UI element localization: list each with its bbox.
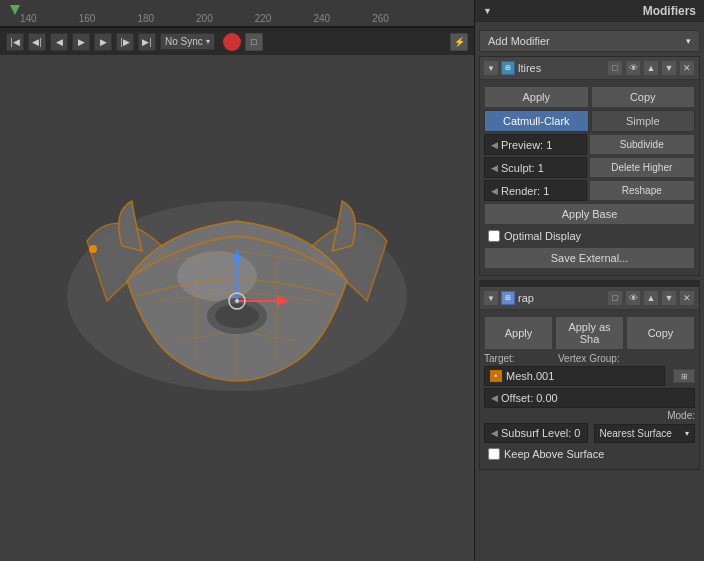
preview-arrow-left-icon[interactable]: ◀ bbox=[491, 140, 498, 150]
add-modifier-button[interactable]: Add Modifier ▾ bbox=[479, 30, 700, 52]
modifier1-icons: □ 👁 ▲ ▼ ✕ bbox=[607, 60, 695, 76]
modifier2-mode-row: Mode: bbox=[484, 410, 695, 421]
modifier1-up-button[interactable]: ▲ bbox=[643, 60, 659, 76]
modifier2-name: rap bbox=[518, 292, 604, 304]
modifier2-target-field[interactable]: ▪ Mesh.001 bbox=[484, 366, 665, 386]
optimal-display-label: Optimal Display bbox=[504, 230, 581, 242]
modifier1-copy-button[interactable]: Copy bbox=[591, 86, 696, 108]
modifier1-preview-spinner[interactable]: ◀ Preview: 1 bbox=[484, 134, 587, 155]
svg-point-4 bbox=[215, 304, 259, 328]
modifier2-offset-val: Offset: 0.00 bbox=[501, 392, 688, 404]
optimal-display-checkbox[interactable] bbox=[488, 230, 500, 242]
modifier1-preview-row: ◀ Preview: 1 Subdivide bbox=[484, 134, 695, 155]
modifier2-header: ▼ ⊞ rap □ 👁 ▲ ▼ ✕ bbox=[480, 287, 699, 310]
modifier1-optimal-display-row: Optimal Display bbox=[484, 228, 695, 244]
modifier2-viewport-icon[interactable]: 👁 bbox=[625, 290, 641, 306]
modifier2-expand-button[interactable]: ▼ bbox=[484, 291, 498, 305]
modifier2-target-label: Target: bbox=[484, 353, 554, 364]
subsurf-arrow-left-icon[interactable]: ◀ bbox=[491, 428, 498, 438]
add-modifier-dropdown-icon: ▾ bbox=[686, 36, 691, 46]
modifier1-sculpt-row: ◀ Sculpt: 1 Delete Higher bbox=[484, 157, 695, 178]
modifier1-render-icon[interactable]: □ bbox=[607, 60, 623, 76]
keep-above-surface-label: Keep Above Surface bbox=[504, 448, 604, 460]
modifier2-target-value: Mesh.001 bbox=[506, 370, 554, 382]
modifier1-type-icon: ⊞ bbox=[501, 61, 515, 75]
modifier1-delete-higher-button[interactable]: Delete Higher bbox=[589, 157, 696, 178]
modifier1-card: ▼ ⊞ ltires □ 👁 ▲ ▼ ✕ Apply bbox=[479, 56, 700, 276]
modifier2-target-value-row: ▪ Mesh.001 ⊞ bbox=[484, 366, 695, 386]
modifier1-render-spinner[interactable]: ◀ Render: 1 bbox=[484, 180, 587, 201]
modifier2-icons: □ 👁 ▲ ▼ ✕ bbox=[607, 290, 695, 306]
modifier2-keep-above-row: Keep Above Surface bbox=[484, 446, 695, 462]
svg-point-11 bbox=[89, 245, 97, 253]
modifiers-title: ▼ Modifiers bbox=[475, 0, 704, 22]
modifier1-down-button[interactable]: ▼ bbox=[661, 60, 677, 76]
modifier1-sculpt-spinner[interactable]: ◀ Sculpt: 1 bbox=[484, 157, 587, 178]
modifier1-render-row: ◀ Render: 1 Reshape bbox=[484, 180, 695, 201]
modifier1-apply-button[interactable]: Apply bbox=[484, 86, 589, 108]
modifier2-apply-button[interactable]: Apply bbox=[484, 316, 553, 350]
modifier1-apply-base-row: Apply Base bbox=[484, 203, 695, 225]
modifier2-down-button[interactable]: ▼ bbox=[661, 290, 677, 306]
modifier1-tabs: Catmull-Clark Simple bbox=[484, 110, 695, 132]
timeline-mark-260: 260 bbox=[372, 13, 389, 24]
timeline-top: 140 160 180 200 220 240 260 bbox=[0, 0, 474, 27]
mesh-icon: ▪ bbox=[490, 370, 502, 382]
timeline-mark-180: 180 bbox=[137, 13, 154, 24]
svg-point-10 bbox=[235, 299, 239, 303]
modifier1-action-row: Apply Copy bbox=[484, 86, 695, 108]
modifier2-subsurf-val: Subsurf Level: 0 bbox=[501, 427, 581, 439]
sculpt-arrow-left-icon[interactable]: ◀ bbox=[491, 163, 498, 173]
modifier1-reshape-button[interactable]: Reshape bbox=[589, 180, 696, 201]
timeline-mark-160: 160 bbox=[79, 13, 96, 24]
right-panel: ▼ Modifiers Add Modifier ▾ ▼ ⊞ ltires bbox=[474, 0, 704, 561]
modifier1-name: ltires bbox=[518, 62, 604, 74]
modifier1-save-external-button[interactable]: Save External... bbox=[484, 247, 695, 269]
keep-above-surface-checkbox[interactable] bbox=[488, 448, 500, 460]
modifier2-type-icon: ⊞ bbox=[501, 291, 515, 305]
modifier2-target-row: Target: Vertex Group: bbox=[484, 352, 695, 364]
modifier2-render-icon[interactable]: □ bbox=[607, 290, 623, 306]
mode-dropdown-icon: ▾ bbox=[685, 429, 689, 438]
modifiers-heading: Modifiers bbox=[643, 4, 696, 18]
modifier2-card: ▼ ⊞ rap □ 👁 ▲ ▼ ✕ Apply bbox=[479, 286, 700, 470]
catmull-clark-tab[interactable]: Catmull-Clark bbox=[484, 110, 589, 132]
timeline-labels: 140 160 180 200 220 240 260 bbox=[0, 13, 409, 26]
modifier2-body: Apply Apply as Sha Copy Target: Vertex G… bbox=[480, 310, 699, 469]
offset-arrow-left-icon[interactable]: ◀ bbox=[491, 393, 498, 403]
modifier1-viewport-icon[interactable]: 👁 bbox=[625, 60, 641, 76]
modifier1-apply-base-button[interactable]: Apply Base bbox=[484, 203, 695, 225]
simple-tab[interactable]: Simple bbox=[591, 110, 696, 132]
modifier2-delete-button[interactable]: ✕ bbox=[679, 290, 695, 306]
modifier2-copy-button[interactable]: Copy bbox=[626, 316, 695, 350]
modifier1-expand-button[interactable]: ▼ bbox=[484, 61, 498, 75]
modifier2-subsurf-row: ◀ Subsurf Level: 0 Nearest Surface ▾ bbox=[484, 423, 695, 443]
modifier1-delete-button[interactable]: ✕ bbox=[679, 60, 695, 76]
modifier1-body: Apply Copy Catmull-Clark Simple ◀ Previe… bbox=[480, 80, 699, 275]
mode-label: Mode: bbox=[667, 410, 695, 421]
timeline-mark-140: 140 bbox=[20, 13, 37, 24]
render-arrow-left-icon[interactable]: ◀ bbox=[491, 186, 498, 196]
add-modifier-row: Add Modifier ▾ bbox=[479, 30, 700, 52]
model-area bbox=[0, 0, 474, 521]
modifier2-up-button[interactable]: ▲ bbox=[643, 290, 659, 306]
modifier1-subdivide-button[interactable]: Subdivide bbox=[589, 134, 696, 155]
modifier1-sculpt-val: Sculpt: 1 bbox=[501, 162, 580, 174]
triangle-icon: ▼ bbox=[483, 6, 492, 16]
vertex-group-label-text: Vertex Group: bbox=[558, 353, 620, 364]
modifier2-apply-as-sha-button[interactable]: Apply as Sha bbox=[555, 316, 624, 350]
modifier2-mode-select[interactable]: Nearest Surface ▾ bbox=[594, 424, 696, 443]
viewport[interactable]: 140 160 180 200 220 240 260 |◀ ◀| ◀ ▶ ▶ … bbox=[0, 0, 474, 561]
modifier1-header: ▼ ⊞ ltires □ 👁 ▲ ▼ ✕ bbox=[480, 57, 699, 80]
modifier1-preview-val: Preview: 1 bbox=[501, 139, 580, 151]
modifier2-subsurf-spinner[interactable]: ◀ Subsurf Level: 0 bbox=[484, 423, 588, 443]
timeline-mark-220: 220 bbox=[255, 13, 272, 24]
modifier2-offset-row: ◀ Offset: 0.00 bbox=[484, 388, 695, 408]
3d-model-svg bbox=[37, 101, 437, 421]
nearest-surface-label: Nearest Surface bbox=[600, 428, 672, 439]
svg-point-2 bbox=[177, 251, 257, 301]
modifier2-offset-spinner[interactable]: ◀ Offset: 0.00 bbox=[484, 388, 695, 408]
modifier1-render-val: Render: 1 bbox=[501, 185, 580, 197]
modifiers-panel: Add Modifier ▾ ▼ ⊞ ltires □ 👁 ▲ ▼ ✕ bbox=[475, 22, 704, 478]
vertex-group-icon[interactable]: ⊞ bbox=[673, 369, 695, 383]
